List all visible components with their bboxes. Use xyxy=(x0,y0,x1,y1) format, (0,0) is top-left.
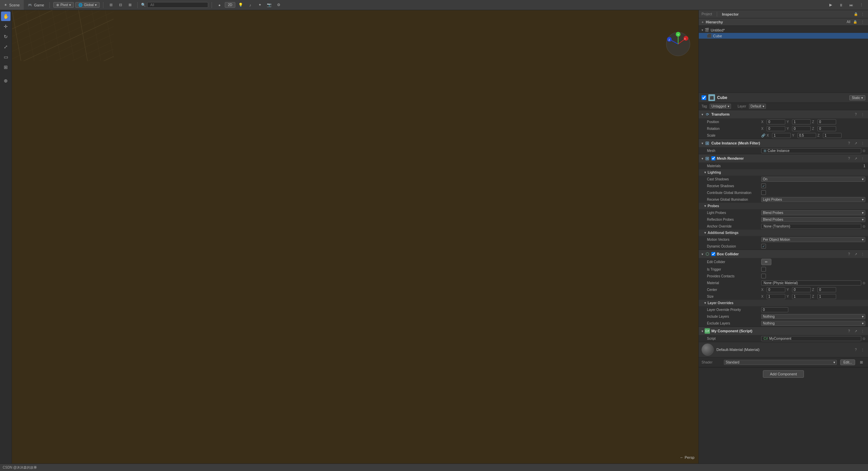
mesh-filter-header[interactable]: ▾ ⊞ Cube Instance (Mesh Filter) ? ↗ ⋮ xyxy=(699,139,868,147)
help-icon[interactable]: ? xyxy=(846,251,852,257)
scale-tool[interactable]: ⤢ xyxy=(1,42,11,52)
orientation-gizmo[interactable]: X Y Z xyxy=(665,31,692,58)
probes-subsection[interactable]: ▾ Probes xyxy=(699,203,868,209)
open-icon[interactable]: ↗ xyxy=(853,251,859,257)
open-icon[interactable]: ↗ xyxy=(853,156,859,161)
target-icon[interactable]: ⊙ xyxy=(863,337,865,340)
extra-tool[interactable]: ⊕ xyxy=(1,76,11,85)
hand-tool[interactable]: ✋ xyxy=(1,12,11,21)
open-icon[interactable]: ↗ xyxy=(853,140,859,146)
size-y-input[interactable] xyxy=(792,294,811,299)
light-probes-dropdown[interactable]: Blend Probes ▾ xyxy=(761,210,865,215)
fx-btn[interactable]: ✦ xyxy=(256,1,264,9)
rect-tool[interactable]: ▭ xyxy=(1,52,11,62)
pause-btn[interactable]: ⏸ xyxy=(837,1,845,9)
rot-y-input[interactable] xyxy=(792,126,811,131)
reflection-probes-dropdown[interactable]: Blend Probes ▾ xyxy=(761,217,865,222)
pos-x-input[interactable] xyxy=(767,119,785,124)
more-icon[interactable]: ⋮ xyxy=(860,156,865,161)
script-ref[interactable]: C# MyComponent xyxy=(761,336,861,341)
hierarchy-cube[interactable]: ⬛ Cube xyxy=(699,33,868,39)
snap-btn[interactable]: ⊟ xyxy=(116,1,124,9)
more-icon[interactable]: ⋮ xyxy=(860,347,865,352)
scene-viewport[interactable]: X Y Z ← Persp xyxy=(12,10,698,464)
project-tab[interactable]: Project xyxy=(702,12,712,16)
hierarchy-menu[interactable]: ⋮ xyxy=(860,19,865,25)
shading-btn[interactable]: ● xyxy=(215,1,223,9)
material-layout-icon[interactable]: ⊞ xyxy=(857,358,865,366)
additional-settings-subsection[interactable]: ▾ Additional Settings xyxy=(699,230,868,236)
help-icon[interactable]: ? xyxy=(853,347,859,352)
layout-btn[interactable]: ⊠ xyxy=(126,1,134,9)
lighting-subsection[interactable]: ▾ Lighting xyxy=(699,169,868,176)
grid-btn[interactable]: ⊞ xyxy=(107,1,115,9)
help-icon[interactable]: ? xyxy=(846,140,852,146)
inspector-tab[interactable]: Inspector xyxy=(722,12,739,16)
scale-y-input[interactable] xyxy=(797,133,816,138)
help-icon[interactable]: ? xyxy=(846,328,852,334)
transform-tool[interactable]: ⊞ xyxy=(1,62,11,72)
gizmos-btn[interactable]: ⚙ xyxy=(275,1,283,9)
step-btn[interactable]: ⏭ xyxy=(847,1,855,9)
target-icon[interactable]: ⊙ xyxy=(863,149,865,153)
light-btn[interactable]: 💡 xyxy=(237,1,245,9)
search-input[interactable] xyxy=(147,2,208,8)
static-button[interactable]: Static ▾ xyxy=(849,95,865,100)
add-component-button[interactable]: Add Component xyxy=(763,370,804,378)
target-icon[interactable]: ⊙ xyxy=(863,224,865,228)
camera-btn[interactable]: 📷 xyxy=(265,1,273,9)
rot-z-input[interactable] xyxy=(817,126,836,131)
game-tab[interactable]: 🎮 Game xyxy=(24,0,48,10)
dynamic-occlusion-checkbox[interactable]: ✓ xyxy=(761,244,766,249)
object-active-checkbox[interactable] xyxy=(702,95,706,100)
exclude-layers-dropdown[interactable]: Nothing ▾ xyxy=(761,321,865,326)
more-icon[interactable]: ⋮ xyxy=(860,328,865,334)
is-trigger-checkbox[interactable] xyxy=(761,267,766,272)
scene-tab[interactable]: ☀ Scene xyxy=(0,0,24,10)
center-x-input[interactable] xyxy=(767,287,785,292)
anchor-ref[interactable]: None (Transform) xyxy=(761,224,861,229)
receive-shadows-checkbox[interactable]: ✓ xyxy=(761,183,766,188)
mesh-renderer-header[interactable]: ▾ ⊞ Mesh Renderer ? ↗ ⋮ xyxy=(699,154,868,162)
my-component-header[interactable]: ▾ C# My Component (Script) ? ↗ ⋮ xyxy=(699,327,868,335)
target-icon[interactable]: ⊙ xyxy=(863,281,865,285)
rotate-tool[interactable]: ↻ xyxy=(1,32,11,41)
receive-gi-dropdown[interactable]: Light Probes ▾ xyxy=(761,197,865,202)
include-layers-dropdown[interactable]: Nothing ▾ xyxy=(761,314,865,319)
shader-dropdown[interactable]: Standard ▾ xyxy=(724,360,837,365)
pivot-btn[interactable]: ⊕ Pivot ▾ xyxy=(53,2,74,8)
transform-header[interactable]: ▾ ⟳ Transform ? ⋮ xyxy=(699,110,868,118)
lock-icon[interactable]: 🔒 xyxy=(853,12,859,17)
edit-collider-button[interactable]: ✏ xyxy=(761,259,771,265)
cast-shadows-dropdown[interactable]: On ▾ xyxy=(761,177,865,182)
help-icon[interactable]: ? xyxy=(853,112,859,117)
edit-shader-button[interactable]: Edit... xyxy=(840,359,855,365)
2d-btn[interactable]: 2D xyxy=(225,2,235,8)
rot-x-input[interactable] xyxy=(767,126,785,131)
global-btn[interactable]: 🌐 Global ▾ xyxy=(75,2,100,8)
material-ref[interactable]: None (Physic Material) xyxy=(761,280,861,286)
hierarchy-untitled[interactable]: ▾ 🎬 Untitled* xyxy=(699,27,868,33)
motion-vectors-dropdown[interactable]: Per Object Motion ▾ xyxy=(761,237,865,242)
center-y-input[interactable] xyxy=(792,287,811,292)
help-icon[interactable]: ? xyxy=(846,156,852,161)
more-icon[interactable]: ⋮ xyxy=(860,112,865,117)
hierarchy-lock[interactable]: 🔒 xyxy=(852,19,858,25)
mesh-renderer-enabled[interactable] xyxy=(711,156,715,160)
size-z-input[interactable] xyxy=(817,294,836,299)
layer-dropdown[interactable]: Default ▾ xyxy=(749,104,766,109)
box-collider-enabled[interactable] xyxy=(711,252,715,256)
pos-z-input[interactable] xyxy=(817,119,836,124)
more-icon[interactable]: ⋮ xyxy=(860,251,865,257)
move-tool[interactable]: ✛ xyxy=(1,22,11,31)
audio-btn[interactable]: ♪ xyxy=(246,1,254,9)
provides-contacts-checkbox[interactable] xyxy=(761,274,766,278)
layer-priority-input[interactable] xyxy=(761,307,788,312)
pos-y-input[interactable] xyxy=(792,119,811,124)
scale-z-input[interactable] xyxy=(823,133,842,138)
play-btn[interactable]: ▶ xyxy=(827,1,835,9)
dots-menu[interactable]: ⋮ xyxy=(857,1,865,9)
center-z-input[interactable] xyxy=(817,287,836,292)
panel-menu-icon[interactable]: ⋮ xyxy=(860,12,865,17)
layer-overrides-subsection[interactable]: ▾ Layer Overrides xyxy=(699,300,868,306)
